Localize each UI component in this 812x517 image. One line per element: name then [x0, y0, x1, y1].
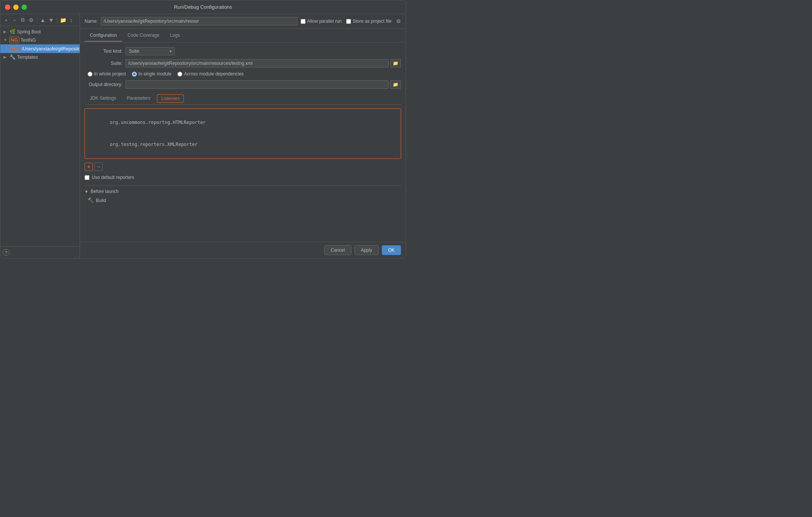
wrench-icon: 🔧 — [9, 54, 16, 60]
minimize-button[interactable] — [13, 5, 19, 10]
suite-row: Suite: 📁 — [85, 59, 401, 67]
arrow-spacer — [8, 47, 9, 51]
folder-icon[interactable]: 📁 — [60, 17, 66, 24]
test-kind-label: Test kind: — [85, 49, 122, 54]
suite-label: Suite: — [85, 61, 122, 66]
tree-item-templates[interactable]: ▶ 🔧 Templates — [0, 53, 80, 61]
listeners-text-area: org.uncommons.reportng.HTMLReporter org.… — [85, 108, 401, 159]
whole-project-radio-label[interactable]: In whole project — [88, 71, 126, 77]
move-down-icon[interactable]: ▼ — [48, 17, 55, 24]
tree-item-testng[interactable]: ▼ NG TestNG — [0, 36, 80, 44]
right-panel: Name: Allow parallel run Store as projec… — [80, 14, 406, 258]
settings-icon[interactable]: ⚙ — [28, 17, 34, 24]
tab-logs[interactable]: Logs — [165, 30, 185, 42]
single-module-radio-label[interactable]: In single module — [132, 71, 171, 77]
name-label: Name: — [85, 19, 98, 24]
config-content: Test kind: Suite Class Method Package Pa… — [80, 42, 406, 242]
divider2 — [57, 17, 57, 23]
triangle-icon: ▼ — [85, 190, 88, 194]
config-tree: ▶ 🌿 Spring Boot ▼ NG TestNG NG /Users/ya… — [0, 26, 80, 246]
allow-parallel-run-checkbox[interactable] — [301, 19, 306, 24]
module-dependencies-radio[interactable] — [177, 72, 182, 77]
use-default-reporters-checkbox[interactable] — [85, 175, 89, 180]
test-kind-select-wrapper: Suite Class Method Package Pattern ▼ — [125, 47, 175, 55]
name-bar: Name: Allow parallel run Store as projec… — [80, 14, 406, 29]
name-input[interactable] — [101, 17, 298, 25]
window-controls — [5, 5, 27, 10]
tree-item-spring-boot[interactable]: ▶ 🌿 Spring Boot — [0, 28, 80, 36]
name-options: Allow parallel run Store as project file… — [301, 18, 401, 24]
listener-entry-1: org.uncommons.reportng.HTMLReporter — [110, 120, 206, 125]
apply-button[interactable]: Apply — [354, 245, 379, 255]
divider — [37, 17, 37, 23]
suite-input[interactable] — [125, 59, 389, 67]
bottom-bar: Cancel Apply OK — [80, 242, 406, 258]
copy-config-icon[interactable]: ⧉ — [19, 17, 26, 24]
dialog-title: Run/Debug Configurations — [174, 4, 232, 10]
move-up-icon[interactable]: ▲ — [39, 17, 46, 24]
left-panel: + − ⧉ ⚙ ▲ ▼ 📁 ↕ ▶ 🌿 Spring Boot ▼ NG Tes… — [0, 14, 80, 258]
arrow-icon: ▼ — [3, 38, 8, 42]
sub-tab-parameters[interactable]: Parameters — [121, 93, 155, 104]
cancel-button[interactable]: Cancel — [324, 245, 351, 255]
whole-project-radio[interactable] — [88, 72, 92, 77]
left-toolbar: + − ⧉ ⚙ ▲ ▼ 📁 ↕ — [0, 14, 80, 26]
close-button[interactable] — [5, 5, 10, 10]
spring-icon: 🌿 — [9, 29, 16, 34]
single-module-radio[interactable] — [132, 72, 137, 77]
arrow-icon: ▶ — [3, 55, 8, 59]
main-tab-bar: Configuration Code Coverage Logs — [80, 29, 406, 42]
build-label: Build — [96, 198, 106, 203]
build-icon: 🔨 — [88, 197, 94, 203]
suite-browse-button[interactable]: 📁 — [390, 59, 401, 67]
tab-configuration[interactable]: Configuration — [85, 30, 122, 42]
module-dependencies-radio-label[interactable]: Across module dependencies — [177, 71, 243, 77]
remove-listener-button[interactable]: − — [94, 163, 103, 171]
build-row: 🔨 Build — [85, 196, 401, 204]
main-layout: + − ⧉ ⚙ ▲ ▼ 📁 ↕ ▶ 🌿 Spring Boot ▼ NG Tes… — [0, 14, 406, 258]
add-remove-row: + − — [85, 163, 401, 171]
sort-icon[interactable]: ↕ — [68, 17, 75, 24]
sub-tab-bar: JDK Settings Parameters Listeners — [85, 92, 401, 105]
before-launch-header[interactable]: ▼ Before launch — [85, 189, 401, 196]
gear-icon[interactable]: ⚙ — [396, 18, 401, 24]
sub-tab-listeners[interactable]: Listeners — [157, 94, 184, 103]
ok-button[interactable]: OK — [382, 245, 401, 255]
output-dir-label: Output directory: — [85, 82, 122, 87]
allow-parallel-run-label[interactable]: Allow parallel run — [301, 19, 342, 24]
test-kind-select[interactable]: Suite Class Method Package Pattern — [125, 47, 175, 55]
add-config-icon[interactable]: + — [3, 17, 9, 24]
help-button[interactable]: ? — [3, 249, 9, 256]
maximize-button[interactable] — [22, 5, 27, 10]
title-bar: Run/Debug Configurations — [0, 0, 406, 14]
output-dir-row: Output directory: 📁 — [85, 80, 401, 89]
store-as-project-file-label[interactable]: Store as project file — [346, 19, 392, 24]
store-as-project-file-checkbox[interactable] — [346, 19, 351, 24]
use-default-reporters-label: Use default reporters — [92, 175, 134, 180]
use-default-reporters-row: Use default reporters — [85, 175, 401, 180]
before-launch-section: ▼ Before launch 🔨 Build — [85, 185, 401, 204]
left-bottom: ? — [0, 246, 80, 258]
before-launch-label: Before launch — [91, 189, 119, 194]
add-listener-button[interactable]: + — [85, 163, 93, 171]
arrow-icon: ▶ — [3, 30, 8, 34]
tree-item-label: Spring Boot — [17, 29, 41, 34]
test-kind-row: Test kind: Suite Class Method Package Pa… — [85, 47, 401, 55]
tree-item-label: TestNG — [21, 38, 36, 43]
tab-code-coverage[interactable]: Code Coverage — [122, 30, 165, 42]
testng-icon: NG — [9, 37, 19, 43]
search-scope-row: In whole project In single module Across… — [85, 71, 401, 77]
tree-item-label: Templates — [17, 55, 38, 60]
listener-entry-2: org.testng.reporters.XMLReporter — [110, 142, 198, 147]
tree-item-label: /Users/yanxiaofei/gitRepository/src/main — [22, 46, 80, 52]
output-dir-browse-button[interactable]: 📁 — [390, 80, 401, 89]
testng-config-icon: NG — [11, 45, 20, 52]
output-dir-input[interactable] — [125, 80, 389, 89]
tree-item-testng-config[interactable]: NG /Users/yanxiaofei/gitRepository/src/m… — [0, 44, 80, 53]
sub-tab-jdk-settings[interactable]: JDK Settings — [85, 93, 121, 104]
remove-config-icon[interactable]: − — [11, 17, 18, 24]
